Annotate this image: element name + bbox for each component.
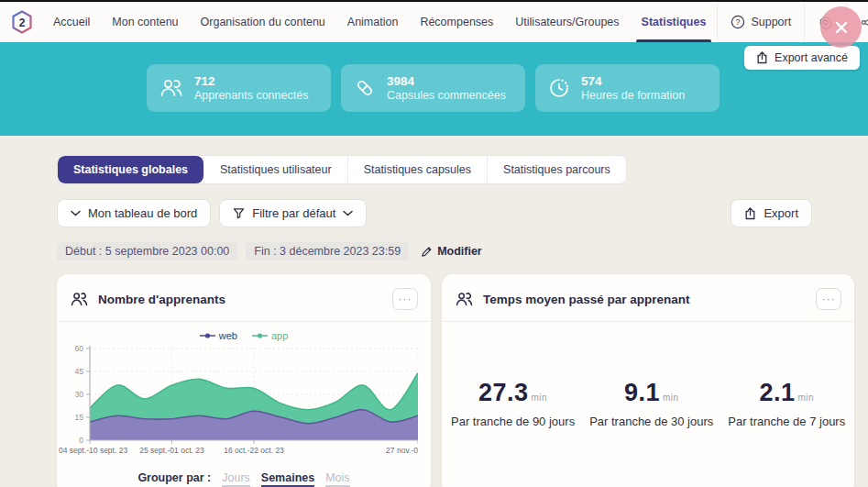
beedeez-logo-icon: 2: [11, 10, 33, 34]
stat-value: 3984: [387, 73, 506, 90]
export-button-label: Export: [764, 206, 798, 220]
filter-select[interactable]: Filtre par défaut: [219, 199, 367, 227]
capsule-icon: [354, 77, 376, 99]
nav-recompenses[interactable]: Récompenses: [409, 2, 504, 42]
card-header: Nombre d'apprenants ···: [57, 274, 431, 321]
svg-text:60: 60: [75, 344, 84, 353]
time-stat-90-days: 27.3min Par tranche de 90 jours: [451, 379, 575, 428]
stat-caption: Par tranche de 90 jours: [451, 415, 575, 428]
app-logo[interactable]: 2: [0, 2, 42, 42]
users-icon: [70, 292, 90, 307]
group-by-row: Grouper par : Jours Semaines Mois: [57, 471, 431, 487]
stat-value: 27.3min: [451, 379, 575, 407]
svg-text:04 sept.-10 sept. 23: 04 sept.-10 sept. 23: [59, 446, 127, 455]
group-by-label: Grouper par :: [137, 471, 211, 484]
stats-tabs: Statistiques globales Statistiques utili…: [57, 155, 627, 184]
stat-value: 574: [581, 73, 685, 90]
share-nodes-icon: [860, 15, 868, 30]
export-advanced-label: Export avancé: [775, 51, 848, 64]
export-advanced-button[interactable]: Export avancé: [744, 46, 860, 70]
svg-text:25 sept.-01 oct. 23: 25 sept.-01 oct. 23: [139, 446, 204, 455]
legend-marker-web: [200, 332, 215, 339]
dashboard-select[interactable]: Mon tableau de bord: [57, 199, 211, 227]
tab-statistiques-globales[interactable]: Statistiques globales: [58, 156, 203, 183]
screen: 2 Accueil Mon contenu Organisation du co…: [0, 0, 868, 487]
stat-unit: min: [663, 393, 679, 403]
share-nodes-button[interactable]: [846, 2, 868, 42]
filter-row: Mon tableau de bord Filtre par défaut Ex…: [57, 199, 868, 227]
tab-statistiques-capsules[interactable]: Statistiques capsules: [347, 156, 487, 183]
card-title: Temps moyen passé par apprenant: [483, 293, 808, 306]
nav-utilisateurs-groupes[interactable]: Utilisateurs/Groupes: [504, 2, 630, 42]
time-stat-7-days: 2.1min Par tranche de 7 jours: [728, 379, 845, 428]
users-icon: [455, 292, 475, 307]
chevron-down-icon: [343, 210, 353, 216]
stats-banner: 712 Apprenants connectés 3984 Capsules c…: [0, 42, 868, 136]
nav-mon-contenu[interactable]: Mon contenu: [101, 2, 189, 42]
cards-row: Nombre d'apprenants ··· web app 0153045: [57, 274, 868, 487]
nav-animation[interactable]: Animation: [336, 2, 410, 42]
legend-item-app[interactable]: app: [252, 330, 288, 341]
nav-statistiques[interactable]: Statistiques: [631, 2, 718, 42]
stat-caption: Par tranche de 30 jours: [589, 415, 713, 428]
clock-icon: [548, 77, 570, 99]
date-end-badge: Fin : 3 décembre 2023 23:59: [246, 242, 409, 260]
card-header: Temps moyen passé par apprenant ···: [442, 274, 854, 321]
stat-value: 712: [194, 73, 308, 90]
divider: [58, 321, 430, 322]
stat-unit: min: [532, 393, 548, 403]
svg-text:16 oct.-22 oct. 23: 16 oct.-22 oct. 23: [224, 446, 284, 455]
stat-value: 9.1min: [589, 379, 713, 407]
nav-organisation-du-contenu[interactable]: Organisation du contenu: [190, 2, 336, 42]
chevron-down-icon: [71, 210, 81, 216]
pencil-icon: [421, 246, 433, 258]
legend-label: app: [271, 330, 288, 341]
stat-label: Heures de formation: [581, 89, 685, 103]
modify-label: Modifier: [437, 245, 482, 258]
divider: [443, 321, 853, 322]
export-button[interactable]: Export: [731, 199, 812, 227]
group-by-semaines[interactable]: Semaines: [261, 471, 314, 487]
date-start-badge: Début : 5 septembre 2023 00:00: [57, 242, 237, 260]
chart-legend: web app: [57, 330, 431, 341]
topbar-right: ? Support: [717, 2, 868, 42]
card-menu-button[interactable]: ···: [816, 288, 841, 310]
time-stat-30-days: 9.1min Par tranche de 30 jours: [589, 379, 713, 428]
main-nav: Accueil Mon contenu Organisation du cont…: [42, 2, 717, 42]
tab-statistiques-utilisateur[interactable]: Statistiques utilisateur: [203, 156, 347, 183]
dashboard-select-label: Mon tableau de bord: [88, 206, 197, 220]
users-icon: [159, 78, 183, 98]
svg-text:45: 45: [75, 367, 84, 376]
banner-stat-cards: 712 Apprenants connectés 3984 Capsules c…: [147, 64, 720, 112]
nav-accueil[interactable]: Accueil: [42, 2, 101, 42]
export-icon: [756, 51, 768, 64]
legend-label: web: [219, 330, 237, 341]
gear-icon: [818, 15, 833, 30]
tab-statistiques-parcours[interactable]: Statistiques parcours: [487, 156, 626, 183]
stat-unit: min: [797, 393, 814, 403]
card-menu-button[interactable]: ···: [392, 288, 418, 310]
settings-button[interactable]: [804, 2, 846, 42]
support-label: Support: [751, 16, 791, 28]
support-button[interactable]: ? Support: [717, 2, 804, 42]
card-title: Nombre d'apprenants: [98, 293, 384, 306]
chart-canvas: 01530456004 sept.-10 sept. 2325 sept.-01…: [57, 343, 431, 466]
stat-card-learners-connected: 712 Apprenants connectés: [147, 64, 331, 112]
time-stats: 27.3min Par tranche de 90 jours 9.1min P…: [442, 379, 854, 428]
filter-select-label: Filtre par défaut: [252, 206, 335, 220]
stat-label: Capsules commencées: [387, 89, 506, 103]
svg-text:15: 15: [75, 413, 84, 422]
group-by-jours[interactable]: Jours: [222, 471, 250, 487]
filter-icon: [233, 207, 245, 219]
modify-dates-button[interactable]: Modifier: [421, 245, 482, 258]
card-temps-moyen: Temps moyen passé par apprenant ··· 27.3…: [442, 274, 854, 487]
card-nombre-apprenants: Nombre d'apprenants ··· web app 0153045: [57, 274, 431, 487]
question-icon: ?: [731, 15, 745, 29]
group-by-mois[interactable]: Mois: [325, 471, 349, 487]
legend-item-web[interactable]: web: [200, 330, 237, 341]
topbar: 2 Accueil Mon contenu Organisation du co…: [0, 2, 868, 42]
stat-label: Apprenants connectés: [194, 89, 308, 103]
date-range-row: Début : 5 septembre 2023 00:00 Fin : 3 d…: [57, 242, 868, 260]
stat-value: 2.1min: [728, 379, 845, 407]
export-icon: [744, 207, 756, 220]
